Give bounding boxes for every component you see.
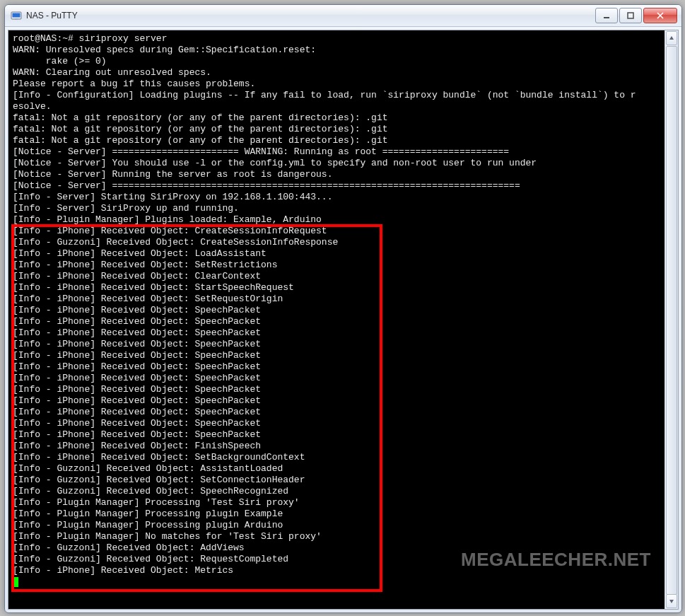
scrollbar-track[interactable] [665, 46, 678, 593]
terminal-output[interactable]: root@NAS:~# siriproxy server WARN: Unres… [8, 30, 664, 609]
putty-window: NAS - PuTTY root@NAS:~# siriproxy server… [4, 4, 682, 613]
terminal-area: root@NAS:~# siriproxy server WARN: Unres… [8, 30, 679, 610]
scroll-down-button[interactable] [666, 594, 677, 608]
vertical-scrollbar[interactable] [664, 30, 678, 609]
svg-rect-2 [15, 19, 18, 21]
scroll-up-button[interactable] [666, 31, 677, 45]
maximize-button[interactable] [619, 8, 642, 23]
svg-marker-8 [669, 600, 674, 603]
svg-rect-4 [628, 13, 633, 18]
svg-rect-1 [13, 13, 21, 18]
minimize-button[interactable] [595, 8, 618, 23]
titlebar[interactable]: NAS - PuTTY [5, 5, 681, 27]
close-button[interactable] [643, 8, 677, 23]
window-title: NAS - PuTTY [26, 11, 78, 21]
window-controls [595, 8, 677, 23]
svg-rect-3 [604, 17, 609, 18]
terminal-cursor [13, 577, 18, 587]
putty-icon [11, 10, 22, 21]
svg-marker-7 [669, 36, 674, 40]
scrollbar-thumb[interactable] [666, 46, 677, 595]
